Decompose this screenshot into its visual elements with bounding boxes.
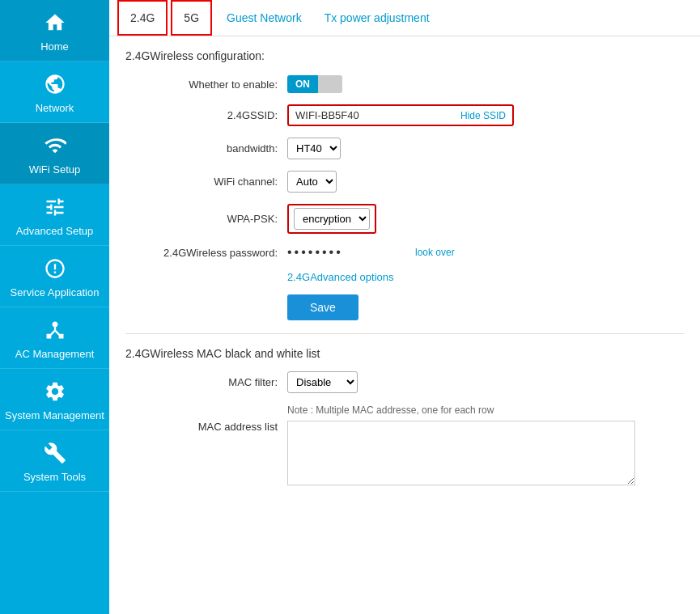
sidebar-label-home: Home — [40, 40, 69, 53]
sidebar-label-ac-management: AC Management — [15, 348, 95, 360]
hide-ssid-link[interactable]: Hide SSID — [460, 110, 506, 121]
sliders-icon — [40, 193, 70, 222]
bandwidth-select[interactable]: HT40 HT20 HT80 — [287, 138, 341, 159]
wpa-label: WPA-PSK: — [125, 213, 287, 225]
main-content: 2.4G 5G Guest Network Tx power adjustmen… — [109, 0, 700, 614]
mac-filter-row: MAC filter: Disable Black list White lis… — [125, 371, 684, 393]
sidebar-label-service-application: Service Application — [11, 286, 100, 299]
sidebar-item-system-management[interactable]: System Management — [0, 369, 109, 430]
wpa-select-wrapper: encryption none WPA WPA2 — [287, 204, 376, 234]
advanced-options-link[interactable]: 2.4GAdvanced options — [287, 271, 684, 283]
password-input[interactable] — [287, 245, 409, 260]
home-icon — [40, 8, 70, 37]
sidebar-item-wifi-setup[interactable]: WiFi Setup — [0, 123, 109, 184]
ssid-field[interactable]: Hide SSID — [287, 104, 514, 126]
enable-row: Whether to enable: ON — [125, 75, 684, 93]
sidebar: Home Network WiFi Setup Advanced Setup S… — [0, 0, 109, 614]
bandwidth-label: bandwidth: — [125, 142, 287, 155]
sidebar-item-advanced-setup[interactable]: Advanced Setup — [0, 184, 109, 246]
password-row: 2.4GWireless password: look over — [125, 245, 684, 260]
wpa-select[interactable]: encryption none WPA WPA2 — [294, 208, 370, 230]
ssid-label: 2.4GSSID: — [125, 109, 287, 121]
tools-icon — [40, 438, 70, 468]
wifi-icon — [40, 131, 70, 160]
wpa-control: encryption none WPA WPA2 — [287, 204, 376, 234]
sidebar-item-home[interactable]: Home — [0, 0, 109, 61]
channel-control: Auto 123 611 — [287, 171, 337, 193]
toggle-off[interactable] — [318, 75, 342, 93]
mac-note: Note : Multiple MAC addresse, one for ea… — [287, 404, 684, 416]
tab-guest-network[interactable]: Guest Network — [215, 2, 313, 34]
channel-select[interactable]: Auto 123 611 — [287, 171, 337, 193]
globe-icon — [40, 70, 70, 99]
channel-label: WiFi channel: — [125, 176, 287, 188]
tab-tx-power[interactable]: Tx power adjustment — [313, 2, 441, 34]
section-title-wireless: 2.4GWireless configuration: — [125, 49, 684, 62]
mac-address-label: MAC address list — [125, 421, 287, 433]
sidebar-label-advanced-setup: Advanced Setup — [16, 225, 93, 237]
sidebar-item-service-application[interactable]: Service Application — [0, 246, 109, 307]
look-over-link[interactable]: look over — [415, 247, 455, 258]
tab-bar: 2.4G 5G Guest Network Tx power adjustmen… — [109, 0, 700, 36]
gear-icon — [40, 377, 70, 406]
enable-toggle[interactable]: ON — [287, 75, 342, 93]
bandwidth-row: bandwidth: HT40 HT20 HT80 — [125, 138, 684, 159]
sidebar-label-system-management: System Management — [5, 409, 104, 421]
content-area: 2.4GWireless configuration: Whether to e… — [109, 36, 700, 498]
section-divider — [125, 333, 684, 334]
mac-filter-control: Disable Black list White list — [287, 371, 358, 393]
sidebar-label-wifi-setup: WiFi Setup — [29, 163, 81, 176]
enable-label: Whether to enable: — [125, 78, 287, 91]
wpa-row: WPA-PSK: encryption none WPA WPA2 — [125, 204, 684, 234]
mac-filter-select[interactable]: Disable Black list White list — [287, 371, 358, 393]
hexagon-icon — [40, 254, 70, 283]
mac-filter-label: MAC filter: — [125, 376, 287, 388]
sidebar-item-ac-management[interactable]: AC Management — [0, 307, 109, 369]
tab-2.4g[interactable]: 2.4G — [117, 0, 168, 36]
network-icon — [40, 315, 70, 345]
tab-5g[interactable]: 5G — [171, 0, 212, 36]
mac-address-row: MAC address list — [125, 421, 684, 485]
bandwidth-control: HT40 HT20 HT80 — [287, 138, 341, 159]
ssid-row: 2.4GSSID: Hide SSID — [125, 104, 684, 126]
channel-row: WiFi channel: Auto 123 611 — [125, 171, 684, 193]
sidebar-item-system-tools[interactable]: System Tools — [0, 430, 109, 492]
ssid-input[interactable] — [295, 109, 460, 121]
mac-address-textarea[interactable] — [287, 421, 635, 485]
sidebar-label-network: Network — [36, 102, 74, 114]
sidebar-item-network[interactable]: Network — [0, 61, 109, 123]
mac-section-title: 2.4GWireless MAC black and white list — [125, 347, 684, 360]
save-button[interactable]: Save — [287, 294, 358, 320]
toggle-on[interactable]: ON — [287, 75, 318, 93]
sidebar-label-system-tools: System Tools — [23, 471, 86, 483]
password-label: 2.4GWireless password: — [125, 247, 287, 259]
password-control: look over — [287, 245, 455, 260]
